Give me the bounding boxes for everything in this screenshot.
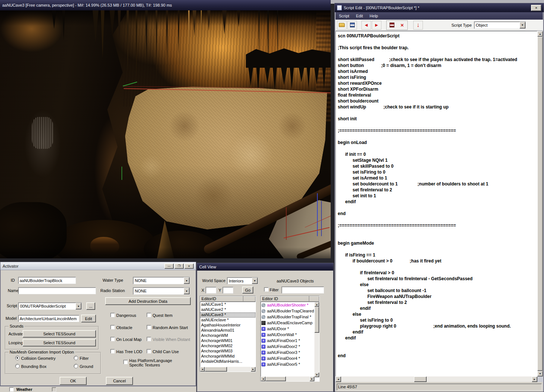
obstacle-checkbox[interactable] [110, 325, 115, 329]
cell-list-item[interactable]: AnchorageWM02 [200, 344, 256, 349]
go-button[interactable]: Go [242, 287, 253, 294]
chevron-down-icon[interactable]: ▼ [184, 277, 190, 284]
cell-list-item[interactable]: AnchorageWMMid [200, 354, 256, 359]
child-can-use-checkbox[interactable] [147, 349, 151, 354]
chevron-down-icon[interactable]: ▼ [252, 278, 258, 284]
scroll-left-icon[interactable]: ◄ [336, 376, 341, 382]
scroll-right-icon[interactable]: ► [310, 376, 314, 381]
script-select[interactable]: 00NUTRAPBoulderScript▼ [18, 302, 82, 310]
save-quit-icon[interactable] [387, 21, 397, 30]
cancel-button[interactable]: Cancel [106, 377, 133, 385]
activator-titlebar[interactable]: Activator — ❐ × [0, 262, 196, 270]
cell-list-item[interactable]: AgathasHouseInterior [200, 323, 256, 328]
filter-field[interactable] [281, 287, 324, 294]
cell-list-item[interactable]: AnchorageWM03 [200, 349, 256, 354]
bounding-box-radio[interactable] [15, 364, 20, 368]
object-list-item[interactable]: aaNUFinalDoor2 * [261, 344, 319, 349]
scroll-right-icon[interactable]: ► [251, 367, 256, 372]
scroll-up-icon[interactable]: ▲ [537, 31, 543, 37]
collision-geometry-radio[interactable] [15, 356, 20, 360]
minimize-icon[interactable]: — [164, 264, 174, 269]
weather-checkbox[interactable] [9, 387, 14, 392]
cell-view-titlebar[interactable]: Cell View [197, 263, 333, 271]
scroll-left-icon[interactable]: ◄ [200, 367, 205, 372]
has-tree-lod-checkbox[interactable] [110, 349, 115, 354]
scroll-right-icon[interactable]: ► [532, 376, 537, 382]
scroll-thumb[interactable] [314, 307, 319, 333]
object-list-item[interactable]: aaNUBoulderTrapCleared [261, 308, 319, 314]
ok-button[interactable]: OK [60, 377, 87, 385]
x-field[interactable] [206, 287, 216, 294]
open-icon[interactable] [337, 21, 347, 30]
id-field[interactable] [18, 277, 76, 284]
object-list-vscrollbar[interactable]: ▲ ▼ [314, 302, 319, 377]
name-field[interactable] [18, 287, 96, 294]
chevron-down-icon[interactable]: ▼ [76, 303, 81, 309]
script-hscrollbar[interactable]: ◄ ► [336, 376, 537, 382]
column-divider[interactable] [309, 296, 309, 302]
scroll-down-icon[interactable]: ▼ [314, 372, 319, 377]
script-vscrollbar[interactable]: ▲ ▼ [537, 31, 543, 376]
scroll-thumb[interactable] [205, 367, 227, 372]
object-list-item[interactable]: aaNUBoulderShooter * [261, 302, 319, 308]
object-list[interactable]: Editor ID aaNUBoulderShooter * aaNUBould… [260, 296, 320, 382]
object-list-header[interactable]: Editor ID [261, 296, 319, 302]
quest-item-checkbox[interactable] [147, 313, 151, 317]
previous-script-icon[interactable]: ◄ [361, 21, 371, 30]
visible-when-distant-checkbox[interactable] [147, 337, 151, 341]
cell-list-item[interactable]: AndaleOldManHarris... [200, 359, 256, 364]
column-divider[interactable] [243, 296, 243, 302]
scroll-thumb[interactable] [537, 37, 543, 371]
script-edit-titlebar[interactable]: Script Edit - [00NUTRAPBoulderScript *] … [335, 3, 544, 12]
cell-list-item[interactable]: AnchorageWM [200, 333, 256, 338]
scroll-thumb[interactable] [266, 376, 286, 381]
object-list-item[interactable]: aaNUFinalDoor3 * [261, 349, 319, 355]
cell-list-item[interactable]: aaNUCave2 * [200, 307, 256, 312]
script-browse-button[interactable]: ... [86, 302, 95, 310]
filter-radio[interactable] [74, 356, 78, 360]
scroll-left-icon[interactable]: ◄ [261, 376, 266, 381]
ground-radio[interactable] [74, 364, 78, 368]
cell-list-item-selected[interactable]: aaNUCave3 * [200, 312, 256, 318]
render-viewport[interactable] [0, 10, 331, 258]
script-code[interactable]: scn 00NUTRAPBoulderScript ;This script f… [336, 31, 537, 359]
add-destruction-data-button[interactable]: Add Destruction Data [105, 297, 191, 305]
object-list-item[interactable]: aaNUDoorWall * [261, 332, 319, 338]
model-edit-button[interactable]: Edit [81, 315, 96, 322]
scroll-down-icon[interactable]: ▼ [537, 371, 543, 376]
object-list-item[interactable]: aaNUFinalDoor4 * [261, 355, 319, 361]
object-list-item[interactable]: aaNUDeadEnclaveCamp [261, 320, 319, 326]
chevron-down-icon[interactable]: ▼ [184, 288, 190, 294]
radio-station-select[interactable]: NONE▼ [133, 287, 190, 295]
water-type-select[interactable]: NONE▼ [133, 277, 190, 284]
filter-checkbox[interactable] [264, 287, 268, 292]
object-list-item[interactable]: aaNUDoor * [261, 326, 319, 332]
platform-textures-checkbox[interactable] [123, 360, 128, 364]
chevron-down-icon[interactable]: ▼ [520, 22, 525, 29]
random-anim-start-checkbox[interactable] [147, 325, 151, 329]
cell-list[interactable]: EditorID aaNUCave1 * aaNUCave2 * aaNUCav… [200, 296, 256, 372]
y-field[interactable] [223, 287, 233, 294]
compile-icon[interactable]: ↓ [413, 21, 423, 30]
cell-list-hscrollbar[interactable]: ◄ ► [200, 367, 256, 372]
scroll-up-icon[interactable]: ▲ [314, 302, 319, 307]
render-window-titlebar[interactable]: aaNUCave3 [Free camera, perspective] - M… [0, 0, 331, 10]
object-list-item[interactable]: aaNUBoulderTrapFinal * [261, 314, 319, 320]
delete-script-icon[interactable]: × [397, 21, 407, 30]
next-script-icon[interactable]: ► [372, 21, 381, 30]
cell-list-item[interactable]: AlexandriaArms01 [200, 328, 256, 333]
dangerous-checkbox[interactable] [110, 313, 115, 317]
model-field[interactable] [18, 315, 79, 322]
select-activate-sound-button[interactable]: Select TESSound [23, 330, 96, 338]
close-icon[interactable]: × [531, 5, 541, 11]
object-list-hscrollbar[interactable]: ◄ ► [261, 376, 314, 381]
world-space-select[interactable]: Interiors▼ [227, 277, 258, 284]
menu-script[interactable]: Script [336, 13, 353, 19]
select-looping-sound-button[interactable]: Select TESSound [23, 339, 96, 346]
object-list-item[interactable]: aaNUFinalDoor1 * [261, 338, 319, 344]
cell-list-item[interactable]: AnchorageWM01 [200, 338, 256, 344]
cell-list-header[interactable]: EditorID [200, 296, 256, 302]
scroll-thumb[interactable] [414, 376, 427, 382]
close-icon[interactable]: × [184, 264, 194, 269]
weather-button-fragment[interactable] [52, 387, 56, 392]
